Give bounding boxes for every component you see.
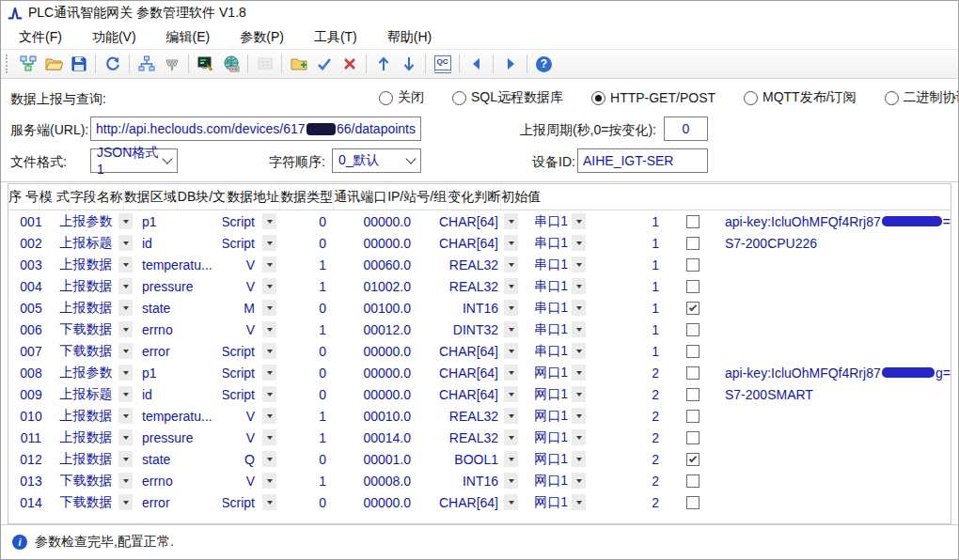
data-type-dropdown-button[interactable] bbox=[504, 451, 518, 467]
file-format-select[interactable]: JSON格式1 bbox=[90, 148, 178, 173]
refresh-button[interactable] bbox=[101, 53, 124, 75]
data-address-cell[interactable]: 00000.0 bbox=[341, 491, 420, 513]
initial-value-cell[interactable] bbox=[719, 448, 951, 470]
comm-port-cell[interactable]: 串口1 bbox=[524, 275, 597, 297]
mode-dropdown-button[interactable] bbox=[118, 300, 133, 316]
initial-value-cell[interactable] bbox=[719, 427, 951, 448]
ip-station-cell[interactable]: 2 bbox=[597, 405, 667, 427]
data-type-cell[interactable]: INT16 bbox=[420, 470, 524, 491]
mode-cell[interactable]: 下载数据 bbox=[54, 319, 138, 340]
data-area-cell[interactable]: Script bbox=[223, 232, 281, 254]
initial-value-cell[interactable]: api-key:IcluOhMFQf4Rrj87g= bbox=[719, 362, 951, 383]
mode-cell[interactable]: 下载数据 bbox=[54, 491, 138, 513]
mode-cell[interactable]: 下载数据 bbox=[54, 340, 138, 362]
comm-port-cell[interactable]: 网口1 bbox=[524, 448, 597, 470]
ip-station-cell[interactable]: 2 bbox=[597, 491, 667, 513]
radio-http[interactable]: HTTP-GET/POST bbox=[591, 90, 715, 105]
mode-dropdown-button[interactable] bbox=[118, 257, 133, 272]
data-type-cell[interactable]: CHAR[64] bbox=[420, 210, 524, 232]
data-area-cell[interactable]: V bbox=[223, 470, 281, 491]
comm-port-dropdown-button[interactable] bbox=[572, 235, 586, 251]
comm-port-cell[interactable]: 串口1 bbox=[524, 340, 597, 362]
comm-port-cell[interactable]: 串口1 bbox=[524, 210, 597, 232]
data-area-dropdown-button[interactable] bbox=[262, 365, 276, 381]
comm-port-cell[interactable]: 网口1 bbox=[524, 470, 597, 491]
mode-cell[interactable]: 上报参数 bbox=[54, 362, 138, 383]
data-address-cell[interactable]: 00000.0 bbox=[341, 210, 420, 232]
help-button[interactable]: ? bbox=[532, 53, 556, 75]
db-block-cell[interactable]: 1 bbox=[281, 254, 341, 275]
data-type-dropdown-button[interactable] bbox=[504, 300, 518, 316]
comm-port-dropdown-button[interactable] bbox=[572, 494, 586, 510]
report-period-input[interactable] bbox=[664, 117, 708, 141]
data-area-dropdown-button[interactable] bbox=[262, 300, 276, 316]
data-type-dropdown-button[interactable] bbox=[504, 386, 518, 402]
change-detect-checkbox[interactable] bbox=[686, 345, 700, 358]
ip-station-cell[interactable]: 2 bbox=[597, 383, 667, 405]
data-address-cell[interactable]: 00010.0 bbox=[341, 405, 420, 427]
data-type-cell[interactable]: CHAR[64] bbox=[420, 232, 524, 254]
data-type-dropdown-button[interactable] bbox=[504, 257, 518, 272]
change-detect-checkbox[interactable] bbox=[686, 388, 700, 401]
comm-port-cell[interactable]: 网口1 bbox=[524, 491, 597, 513]
data-area-cell[interactable]: Script bbox=[223, 491, 281, 513]
mode-dropdown-button[interactable] bbox=[118, 451, 133, 467]
change-detect-checkbox[interactable] bbox=[686, 410, 700, 423]
data-type-dropdown-button[interactable] bbox=[504, 278, 518, 294]
field-name-cell[interactable]: p1 bbox=[138, 210, 223, 232]
mode-dropdown-button[interactable] bbox=[118, 429, 133, 445]
initial-value-cell[interactable] bbox=[719, 340, 951, 362]
mode-cell[interactable]: 上报数据 bbox=[54, 448, 138, 470]
ip-station-cell[interactable]: 1 bbox=[597, 210, 667, 232]
mode-cell[interactable]: 上报参数 bbox=[54, 210, 138, 232]
change-detect-checkbox[interactable] bbox=[686, 215, 700, 228]
comm-port-dropdown-button[interactable] bbox=[572, 386, 586, 402]
data-type-dropdown-button[interactable] bbox=[504, 408, 518, 424]
db-block-cell[interactable]: 0 bbox=[281, 297, 341, 319]
data-address-cell[interactable]: 00060.0 bbox=[341, 254, 420, 275]
db-block-cell[interactable]: 1 bbox=[281, 275, 341, 297]
serial-port-button[interactable] bbox=[160, 53, 183, 75]
comm-port-cell[interactable]: 串口1 bbox=[524, 254, 597, 275]
prev-button[interactable] bbox=[464, 53, 488, 75]
menu-tools[interactable]: 工具(T) bbox=[302, 26, 369, 49]
data-area-dropdown-button[interactable] bbox=[262, 451, 276, 467]
data-type-dropdown-button[interactable] bbox=[504, 429, 518, 445]
data-address-cell[interactable]: 00001.0 bbox=[341, 448, 420, 470]
mode-dropdown-button[interactable] bbox=[118, 386, 133, 402]
data-area-dropdown-button[interactable] bbox=[262, 213, 276, 229]
db-block-cell[interactable]: 0 bbox=[281, 383, 341, 405]
db-block-cell[interactable]: 0 bbox=[281, 491, 341, 513]
ip-station-cell[interactable]: 1 bbox=[597, 319, 667, 340]
add-folder-button[interactable] bbox=[287, 53, 310, 75]
change-detect-checkbox[interactable] bbox=[686, 280, 700, 293]
data-area-dropdown-button[interactable] bbox=[262, 235, 276, 251]
data-type-cell[interactable]: CHAR[64] bbox=[420, 340, 524, 362]
comm-port-cell[interactable]: 网口1 bbox=[524, 427, 597, 448]
mode-cell[interactable]: 上报标题 bbox=[54, 383, 138, 405]
mode-dropdown-button[interactable] bbox=[118, 235, 133, 251]
field-name-cell[interactable]: id bbox=[138, 383, 223, 405]
menu-edit[interactable]: 编辑(E) bbox=[154, 26, 223, 49]
field-name-cell[interactable]: state bbox=[138, 448, 223, 470]
mode-cell[interactable]: 上报数据 bbox=[54, 254, 138, 275]
field-name-cell[interactable]: pressure bbox=[138, 427, 223, 448]
globe-button[interactable] bbox=[219, 53, 243, 75]
data-type-cell[interactable]: CHAR[64] bbox=[420, 362, 524, 383]
mode-cell[interactable]: 下载数据 bbox=[54, 470, 138, 491]
db-block-cell[interactable]: 0 bbox=[281, 448, 341, 470]
change-detect-checkbox[interactable] bbox=[686, 258, 700, 272]
mode-dropdown-button[interactable] bbox=[118, 213, 133, 229]
comm-port-cell[interactable]: 串口1 bbox=[524, 319, 597, 340]
field-name-cell[interactable]: state bbox=[138, 297, 223, 319]
comm-port-cell[interactable]: 网口1 bbox=[524, 362, 597, 383]
initial-value-cell[interactable] bbox=[719, 405, 951, 427]
move-down-button[interactable] bbox=[397, 53, 420, 75]
radio-mqtt[interactable]: MQTT发布/订阅 bbox=[744, 89, 857, 106]
db-block-cell[interactable]: 1 bbox=[281, 427, 341, 448]
comm-port-dropdown-button[interactable] bbox=[572, 451, 586, 467]
data-type-dropdown-button[interactable] bbox=[504, 473, 518, 489]
mode-dropdown-button[interactable] bbox=[118, 408, 133, 424]
data-area-dropdown-button[interactable] bbox=[262, 321, 276, 337]
comm-port-cell[interactable]: 串口1 bbox=[524, 232, 597, 254]
